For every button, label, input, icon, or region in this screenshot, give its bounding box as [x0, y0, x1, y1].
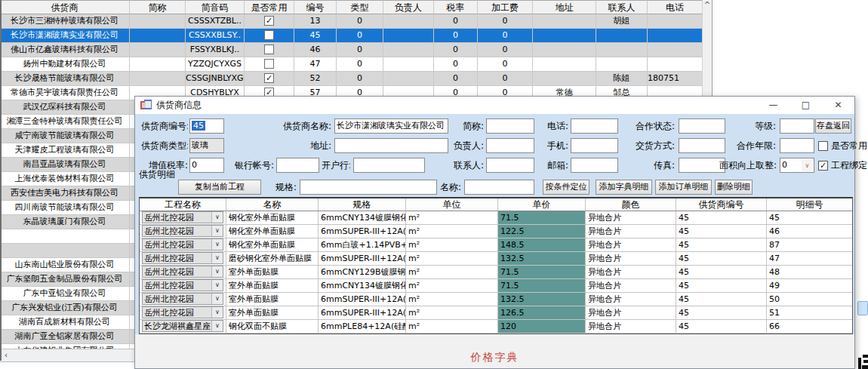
col-header-price[interactable]: 单价 [498, 198, 586, 211]
table-row[interactable]: 扬州中勤建材有限公司 YZZQJCYXGS 47 0 0 0 [0, 57, 713, 72]
cell-name[interactable]: 钢化室外单面贴膜 [226, 225, 319, 238]
cell-code[interactable]: CSSSXTZBL.. [186, 14, 245, 29]
cell-name[interactable]: 室外单面贴膜 [226, 306, 319, 320]
cell-unit[interactable]: m² [406, 225, 498, 238]
list-item[interactable]: 天津耀皮工程玻璃有限公司 [0, 143, 134, 158]
delivery-mode-input[interactable] [679, 138, 725, 153]
area-round-up-select[interactable]: 0 ∨ [780, 158, 814, 173]
locate-by-condition-button[interactable]: 按条件定位 [543, 180, 589, 195]
cell-owner[interactable] [383, 43, 434, 57]
cell-spec[interactable]: 6mmCNY134镀膜钢化 [319, 211, 406, 225]
delete-detail-button[interactable]: 删除明细 [715, 180, 753, 195]
project-combobox[interactable]: 岳州北控花园∨ [142, 306, 223, 318]
cell-supplier[interactable]: 长沙晟格节能玻璃有限公司 [0, 72, 130, 86]
table-row-selected[interactable]: 长沙市潇湘玻璃实业有限公司 CSSXXBLSY.. 45 0 0 0 [0, 29, 713, 43]
cell-project[interactable]: 岳州北控花园∨ [140, 238, 226, 252]
cell-color[interactable]: 异地合片 [586, 211, 676, 225]
table-row[interactable]: 长沙晟格节能玻璃有限公司 CSSGJNBLYXGS ✓ 52 0 0 0 陈姐 … [0, 72, 713, 86]
name-filter-input[interactable] [464, 180, 534, 195]
cell-color[interactable]: 异地合片 [586, 320, 676, 334]
chevron-down-icon[interactable]: ∨ [211, 266, 223, 277]
cell-shortname[interactable] [130, 29, 186, 43]
cell-name[interactable]: 磨砂钢化室外单面贴膜 [226, 252, 319, 266]
cell-spec[interactable]: 6mmCNY129B镀膜钢化 [319, 266, 406, 279]
cell-spec[interactable]: 6mm白玻+1.14PVB+6mm... [319, 238, 406, 252]
contact-input[interactable] [486, 158, 534, 173]
cell-common[interactable]: ✓ [245, 14, 294, 29]
cell-name[interactable]: 钢化室外单面贴膜 [226, 211, 319, 225]
cell-supplier-no[interactable]: 45 [676, 293, 767, 306]
cell-name[interactable]: 室外单面贴膜 [226, 293, 319, 306]
cell-owner[interactable] [383, 57, 434, 72]
spec-filter-input[interactable] [300, 180, 437, 195]
col-header-type[interactable]: 类型 [337, 0, 383, 14]
cell-spec[interactable]: 6mmSUPER-III+12A(硅... [319, 225, 406, 238]
scroll-left-icon[interactable]: ‹ [0, 349, 12, 361]
col-header-unit[interactable]: 单位 [406, 198, 498, 211]
project-combobox[interactable]: 岳州北控花园∨ [142, 225, 223, 237]
close-button[interactable]: ✕ [822, 97, 854, 114]
cell-address[interactable] [533, 57, 596, 72]
project-combobox[interactable]: 岳州北控花园∨ [142, 211, 223, 223]
cell-supplier-no[interactable]: 45 [676, 266, 767, 279]
checkbox-common[interactable] [264, 45, 274, 54]
cell-owner[interactable] [383, 14, 434, 29]
detail-row[interactable]: 岳州北控花园∨ 磨砂钢化室外单面贴膜 6mmSUPER-III+12A(硅...… [140, 252, 852, 266]
cell-supplier-no[interactable]: 45 [676, 211, 767, 225]
cell-contact[interactable]: 陈姐 [596, 72, 648, 86]
detail-row[interactable]: 岳州北控花园∨ 钢化室外单面贴膜 6mmCNY134镀膜钢化 m² 71.5 异… [140, 211, 852, 225]
cell-id[interactable]: 47 [294, 57, 337, 72]
cell-color[interactable]: 异地合片 [586, 238, 676, 252]
col-header-detail-no[interactable]: 明细号 [767, 198, 852, 211]
cell-type[interactable]: 0 [337, 57, 383, 72]
col-header-id[interactable]: 编号 [294, 0, 337, 14]
checkbox-common[interactable] [264, 30, 274, 40]
bank-account-input[interactable] [276, 158, 319, 173]
vertical-scrollbar[interactable]: ^ [702, 0, 713, 96]
cell-common[interactable] [245, 43, 294, 57]
shortname-input[interactable] [486, 118, 534, 134]
project-combobox[interactable]: 长沙龙湖祺鑫星座∨ [142, 320, 223, 332]
project-combobox[interactable]: 岳州北控花园∨ [142, 252, 223, 264]
cell-supplier-no[interactable]: 45 [676, 238, 767, 252]
cell-detail-no[interactable]: 51 [767, 306, 852, 320]
vat-rate-input[interactable]: 0 [189, 158, 224, 173]
cell-address[interactable] [533, 29, 596, 43]
col-header-supplier[interactable]: 供货商 [0, 0, 130, 14]
minimize-button[interactable]: — [757, 97, 790, 114]
cell-spec[interactable]: 6mmSUPER-III+12A(硅... [319, 293, 406, 306]
cell-supplier[interactable]: 常德市昊宇玻璃有限责任公司 [0, 86, 130, 100]
cell-project[interactable]: 岳州北控花园∨ [140, 279, 226, 293]
detail-row[interactable]: 岳州北控花园∨ 钢化室外单面贴膜 6mmSUPER-III+12A(硅... m… [140, 225, 852, 238]
list-item[interactable]: 广东坚朗五金制品股份有限公司 [0, 272, 134, 287]
cell-project[interactable]: 长沙龙湖祺鑫星座∨ [140, 320, 226, 334]
cell-id[interactable]: 52 [294, 72, 337, 86]
project-combobox[interactable]: 岳州北控花园∨ [142, 279, 223, 291]
maximize-button[interactable]: □ [790, 97, 822, 114]
cell-shortname[interactable] [130, 43, 186, 57]
cell-type[interactable]: 0 [337, 72, 383, 86]
cell-id[interactable]: 45 [294, 29, 337, 43]
cell-phone[interactable] [648, 14, 702, 29]
add-dictionary-detail-button[interactable]: 添加字典明细 [596, 180, 652, 195]
grade-input[interactable] [780, 118, 814, 134]
detail-row[interactable]: 长沙龙湖祺鑫星座∨ 钢化双面不贴膜 6mmPLE84+12A(硅酮胶... m²… [140, 320, 852, 334]
coop-status-input[interactable] [679, 118, 725, 134]
detail-row[interactable]: 岳州北控花园∨ 室外单面贴膜 6mmSUPER-III+12A(硅... m² … [140, 293, 852, 306]
cell-unit[interactable]: m² [406, 293, 498, 306]
cell-color[interactable]: 异地合片 [586, 252, 676, 266]
cell-price[interactable]: 126.5 [498, 306, 586, 320]
detail-row[interactable]: 岳州北控花园∨ 室外单面贴膜 6mmSUPER-III+12A(硅... m² … [140, 306, 852, 320]
chevron-down-icon[interactable]: ∨ [211, 253, 223, 263]
list-item[interactable]: 湖南广亚全铝家居有限公司 [0, 330, 134, 344]
cell-fee[interactable]: 0 [478, 29, 533, 43]
cell-unit[interactable]: m² [406, 320, 498, 334]
cell-supplier[interactable]: 长沙市潇湘玻璃实业有限公司 [0, 29, 130, 43]
chevron-down-icon[interactable]: ∨ [211, 307, 223, 318]
cell-detail-no[interactable]: 87 [767, 238, 852, 252]
cell-color[interactable]: 异地合片 [586, 266, 676, 279]
cell-name[interactable]: 钢化双面不贴膜 [226, 320, 319, 334]
cell-name[interactable]: 钢化室外单面贴膜 [226, 238, 319, 252]
cell-tax[interactable]: 0 [434, 43, 478, 57]
cell-shortname[interactable] [130, 14, 186, 29]
